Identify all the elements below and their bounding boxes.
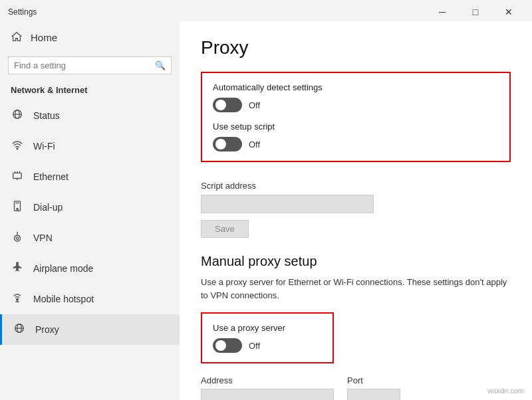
search-icon: 🔍 <box>155 60 166 70</box>
window-controls: ─ □ ✕ <box>427 4 524 20</box>
setup-script-toggle-label: Off <box>249 140 260 150</box>
script-address-label: Script address <box>201 181 511 191</box>
script-address-input[interactable] <box>201 195 374 213</box>
address-label: Address <box>201 375 334 385</box>
sidebar-item-ethernet[interactable]: Ethernet <box>0 161 180 192</box>
globe-icon <box>11 108 24 123</box>
svg-point-3 <box>17 148 18 150</box>
save-button[interactable]: Save <box>201 220 249 238</box>
manual-proxy-title: Manual proxy setup <box>201 254 511 269</box>
automatic-proxy-section: Automatically detect settings Off Use se… <box>201 72 511 162</box>
sidebar-search-box[interactable]: 🔍 <box>8 56 172 74</box>
use-proxy-toggle[interactable] <box>213 338 242 353</box>
sidebar-item-wifi[interactable]: Wi-Fi <box>0 131 180 161</box>
sidebar-item-home[interactable]: Home <box>0 21 180 54</box>
manual-proxy-description: Use a proxy server for Ethernet or Wi-Fi… <box>201 276 511 302</box>
home-icon <box>11 31 23 45</box>
svg-point-10 <box>17 208 18 209</box>
sidebar-item-hotspot[interactable]: Mobile hotspot <box>0 284 180 314</box>
setup-script-toggle-row: Off <box>213 137 499 151</box>
sidebar-item-airplane[interactable]: Airplane mode <box>0 253 180 284</box>
ethernet-icon <box>11 169 24 184</box>
hotspot-icon <box>11 292 24 306</box>
app-body: Home 🔍 Network & Internet Status <box>0 21 532 400</box>
sidebar-item-dialup[interactable]: Dial-up <box>0 192 180 223</box>
auto-detect-toggle-label: Off <box>249 100 260 110</box>
address-port-row: Address Port <box>201 375 511 400</box>
address-group: Address <box>201 375 334 400</box>
svg-point-13 <box>17 298 19 300</box>
maximize-button[interactable]: □ <box>460 4 491 20</box>
sidebar-status-label: Status <box>33 110 60 121</box>
port-label: Port <box>347 375 400 385</box>
port-input[interactable] <box>347 389 400 400</box>
sidebar: Home 🔍 Network & Internet Status <box>0 21 180 400</box>
sidebar-home-label: Home <box>31 32 57 43</box>
proxy-icon <box>13 322 26 337</box>
svg-point-12 <box>16 237 19 240</box>
sidebar-item-vpn[interactable]: VPN <box>0 223 180 253</box>
watermark: wsxdn.com <box>487 387 524 395</box>
sidebar-airplane-label: Airplane mode <box>33 263 93 274</box>
auto-detect-toggle-row: Off <box>213 98 499 112</box>
close-button[interactable]: ✕ <box>493 4 524 20</box>
sidebar-hotspot-label: Mobile hotspot <box>33 294 94 304</box>
auto-detect-knob <box>215 100 226 110</box>
setup-script-knob <box>215 139 226 150</box>
sidebar-dialup-label: Dial-up <box>33 202 63 213</box>
search-input[interactable] <box>14 60 151 70</box>
dialup-icon <box>11 200 24 215</box>
use-proxy-toggle-label: Off <box>249 341 260 351</box>
auto-detect-toggle[interactable] <box>213 98 242 112</box>
sidebar-item-status[interactable]: Status <box>0 100 180 131</box>
sidebar-section-title: Network & Internet <box>0 82 180 100</box>
sidebar-wifi-label: Wi-Fi <box>33 141 55 151</box>
svg-rect-4 <box>13 173 22 178</box>
address-input[interactable] <box>201 389 334 400</box>
vpn-icon <box>11 231 24 245</box>
use-proxy-label: Use a proxy server <box>213 323 322 333</box>
setup-script-toggle[interactable] <box>213 137 242 151</box>
content-area: Proxy Automatically detect settings Off … <box>180 21 532 400</box>
airplane-icon <box>11 261 24 276</box>
sidebar-item-proxy[interactable]: Proxy <box>0 314 180 345</box>
use-proxy-toggle-row: Off <box>213 338 322 353</box>
auto-detect-label: Automatically detect settings <box>213 82 499 92</box>
wifi-icon <box>11 139 24 153</box>
port-group: Port <box>347 375 400 400</box>
sidebar-vpn-label: VPN <box>33 233 53 243</box>
app-title: Settings <box>8 7 37 17</box>
page-title: Proxy <box>201 37 511 58</box>
use-proxy-knob <box>215 340 226 351</box>
sidebar-proxy-label: Proxy <box>35 324 59 335</box>
title-bar: Settings ─ □ ✕ <box>0 0 532 21</box>
minimize-button[interactable]: ─ <box>427 4 458 20</box>
sidebar-ethernet-label: Ethernet <box>33 171 68 182</box>
use-proxy-section: Use a proxy server Off <box>201 312 334 363</box>
setup-script-label: Use setup script <box>213 122 499 132</box>
